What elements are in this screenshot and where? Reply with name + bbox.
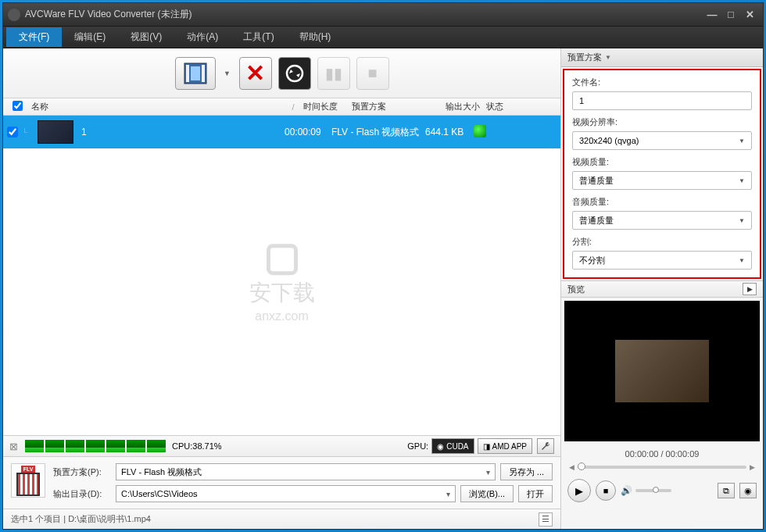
app-logo-icon	[8, 9, 20, 21]
stop-button[interactable]: ■	[356, 57, 389, 90]
wrench-icon	[540, 441, 551, 452]
preview-controls: ▶ ■ 🔊 ⧉ ◉	[561, 476, 763, 509]
menubar: 文件(F) 编辑(E) 视图(V) 动作(A) 工具(T) 帮助(H)	[3, 27, 763, 48]
row-size: 644.1 KB	[425, 127, 474, 137]
browse-button[interactable]: 浏览(B)...	[460, 485, 514, 502]
cpu-core-icon	[106, 440, 125, 452]
watermark-text1: 安下载	[249, 278, 315, 308]
row-preset: FLV - Flash 视频格式	[331, 126, 425, 139]
amd-app-button[interactable]: ◨ AMD APP	[478, 438, 532, 454]
cuda-button[interactable]: ◉ CUDA	[431, 438, 474, 454]
row-duration: 00:00:09	[285, 127, 331, 137]
svg-rect-2	[202, 65, 205, 82]
cpu-core-icon	[66, 440, 84, 452]
list-view-button[interactable]: ☰	[539, 512, 553, 527]
minimize-button[interactable]: —	[703, 8, 721, 22]
resolution-select[interactable]: 320x240 (qvga)	[572, 131, 752, 150]
cpu-gpu-row: ⊠ CPU:38.71% GPU: ◉ CUDA ◨ AMD APP	[3, 435, 560, 457]
snapshot-button[interactable]: ⧉	[718, 483, 735, 498]
audio-quality-select[interactable]: 普通质量	[572, 211, 752, 230]
camera-button[interactable]: ◉	[739, 483, 757, 498]
menu-help[interactable]: 帮助(H)	[287, 27, 344, 47]
preview-label: 预览	[567, 284, 585, 295]
statusbar: 选中1 个项目 | D:\桌面\说明书\1.mp4 ☰	[3, 509, 560, 529]
menu-file[interactable]: 文件(F)	[6, 27, 62, 47]
app-window: AVCWare FLV Video Converter (未注册) — □ ✕ …	[2, 2, 764, 530]
maximize-button[interactable]: □	[722, 8, 739, 22]
play-button[interactable]: ▶	[567, 479, 591, 502]
col-separator: /	[286, 102, 300, 112]
seek-slider[interactable]: ◀ ▶	[561, 463, 763, 476]
col-size[interactable]: 输出大小	[435, 101, 483, 112]
menu-tools[interactable]: 工具(T)	[231, 27, 286, 47]
titlebar: AVCWare FLV Video Converter (未注册) — □ ✕	[3, 3, 763, 27]
row-name: 1	[81, 127, 285, 137]
save-as-button[interactable]: 另存为 ...	[500, 463, 553, 480]
app-title: AVCWare FLV Video Converter (未注册)	[25, 8, 192, 21]
watermark-text2: anxz.com	[249, 309, 315, 323]
file-list: └ 1 00:00:09 FLV - Flash 视频格式 644.1 KB 安…	[3, 116, 560, 435]
preset-properties: 文件名: 视频分辨率: 320x240 (qvga) 视频质量: 普通质量 音频…	[563, 69, 761, 279]
gpu-settings-button[interactable]	[537, 438, 554, 454]
outdir-combo[interactable]: C:\Users\CS\Videos	[116, 485, 456, 502]
film-icon	[181, 62, 209, 85]
preset-label: 预置方案(P):	[53, 466, 111, 478]
svg-rect-1	[186, 65, 189, 82]
row-status	[474, 125, 497, 140]
tree-icon: └	[22, 128, 38, 137]
preview-header: 预览 ▶	[561, 280, 763, 298]
chevron-down-icon: ▼	[605, 54, 611, 61]
preset-panel-header[interactable]: 预置方案▼	[561, 48, 763, 67]
mark-start-icon[interactable]: ◀	[569, 463, 574, 471]
cpu-core-icon	[127, 440, 145, 452]
menu-edit[interactable]: 编辑(E)	[62, 27, 118, 47]
col-preset[interactable]: 预置方案	[349, 101, 435, 112]
filename-input[interactable]	[572, 91, 752, 110]
outdir-label: 输出目录(D):	[53, 488, 111, 500]
convert-button[interactable]	[278, 57, 311, 90]
row-checkbox[interactable]	[7, 127, 18, 137]
video-quality-label: 视频质量:	[572, 156, 752, 168]
select-all-checkbox[interactable]	[13, 101, 23, 111]
mark-end-icon[interactable]: ▶	[750, 463, 755, 471]
col-duration[interactable]: 时间长度	[300, 101, 349, 112]
volume-slider[interactable]	[635, 489, 671, 492]
gpu-label: GPU:	[407, 441, 428, 451]
stop-preview-button[interactable]: ■	[596, 480, 616, 501]
resolution-label: 视频分辨率:	[572, 116, 752, 128]
menu-action[interactable]: 动作(A)	[174, 27, 231, 47]
menu-view[interactable]: 视图(V)	[118, 27, 174, 47]
open-button[interactable]: 打开	[518, 485, 553, 502]
add-file-button[interactable]	[175, 57, 216, 90]
audio-quality-label: 音频质量:	[572, 196, 752, 208]
add-dropdown-icon[interactable]: ▼	[222, 57, 233, 90]
cpu-close-icon[interactable]: ⊠	[9, 441, 22, 452]
main-content: ▼ ✕ ▮▮ ■ 名称 / 时间长度 预置方案 输出大小 状态	[3, 48, 763, 529]
col-status[interactable]: 状态	[483, 101, 511, 112]
split-select[interactable]: 不分割	[572, 251, 752, 270]
preview-expand-button[interactable]: ▶	[743, 283, 757, 295]
pause-button[interactable]: ▮▮	[317, 57, 350, 90]
preset-combo[interactable]: FLV - Flash 视频格式	[116, 463, 496, 480]
close-button[interactable]: ✕	[741, 8, 758, 22]
list-header: 名称 / 时间长度 预置方案 输出大小 状态	[3, 98, 560, 116]
left-pane: ▼ ✕ ▮▮ ■ 名称 / 时间长度 预置方案 输出大小 状态	[3, 48, 561, 529]
status-text: 选中1 个项目 | D:\桌面\说明书\1.mp4	[11, 513, 151, 525]
col-name[interactable]: 名称	[28, 101, 286, 112]
preview-frame	[615, 340, 709, 402]
preview-time: 00:00:00 / 00:00:09	[561, 445, 763, 463]
bottom-settings: FLV 预置方案(P): FLV - Flash 视频格式 另存为 ... 输出…	[3, 457, 560, 509]
volume-icon[interactable]: 🔊	[621, 485, 632, 496]
delete-button[interactable]: ✕	[239, 57, 272, 90]
video-quality-select[interactable]: 普通质量	[572, 171, 752, 190]
cpu-usage-label: CPU:38.71%	[172, 441, 222, 451]
cpu-core-icon	[25, 440, 44, 452]
list-row[interactable]: └ 1 00:00:09 FLV - Flash 视频格式 644.1 KB	[3, 116, 560, 148]
cpu-core-icon	[147, 440, 166, 452]
split-label: 分割:	[572, 236, 752, 248]
toolbar: ▼ ✕ ▮▮ ■	[3, 48, 560, 98]
cpu-core-icon	[45, 440, 64, 452]
right-pane: 预置方案▼ 文件名: 视频分辨率: 320x240 (qvga) 视频质量: 普…	[561, 48, 763, 529]
convert-icon	[285, 63, 305, 84]
filename-label: 文件名:	[572, 77, 752, 88]
